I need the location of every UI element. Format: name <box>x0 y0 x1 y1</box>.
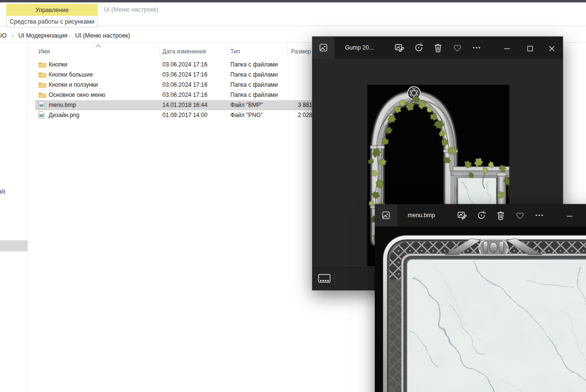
desktop: { "colors": { "ribbon_accent_yellow": "#… <box>0 0 586 392</box>
divider <box>228 46 228 56</box>
file-name: Дизайн.png <box>49 112 80 118</box>
file-type: Папка с файлами <box>230 81 278 88</box>
breadcrumb-level1[interactable]: UI Модернизация <box>18 32 67 39</box>
sidebar-item-clipped[interactable]: OR <box>0 189 5 196</box>
minimize-button[interactable] <box>567 212 573 218</box>
table-row-folder[interactable]: Кнопки и ползунки 03.06.2024 17:16 Папка… <box>35 80 314 90</box>
folder-icon <box>39 71 46 78</box>
divider <box>334 273 335 285</box>
maximize-button[interactable] <box>527 45 533 51</box>
photos-app-button[interactable] <box>375 204 397 226</box>
divider <box>287 46 288 56</box>
file-date: 03.06.2024 17:16 <box>162 61 207 68</box>
filmstrip-toggle-icon[interactable] <box>318 274 331 284</box>
viewer-image-menu-bmp <box>375 226 586 392</box>
favorite-icon[interactable] <box>515 210 525 221</box>
more-icon[interactable] <box>534 210 545 221</box>
file-type: Папка с файлами <box>230 61 278 68</box>
sort-ascending-icon <box>95 44 101 48</box>
folder-icon <box>39 61 46 68</box>
file-size: 3 881 <box>268 102 312 108</box>
breadcrumb-separator-icon[interactable]: › <box>68 33 70 39</box>
ribbon-tab-picture-tools-label: Средства работы с рисунками <box>10 18 94 25</box>
rotate-icon[interactable] <box>413 42 424 53</box>
table-row-selected[interactable]: menu.bmp 14.01.2018 16:44 Файл "BMP" 3 8… <box>35 100 314 110</box>
file-name: Кнопки и ползунки <box>49 81 98 88</box>
photos-app-icon <box>319 43 329 53</box>
photos-window-front: menu.bmp <box>375 204 586 392</box>
close-button[interactable] <box>549 45 555 51</box>
divider <box>159 46 160 56</box>
photos-front-title: menu.bmp <box>408 204 435 226</box>
breadcrumb-separator-icon[interactable]: › <box>12 33 13 39</box>
file-name: Кнопки большие <box>49 71 93 78</box>
file-type: Папка с файлами <box>230 71 278 78</box>
column-header-name[interactable]: Имя <box>39 48 50 55</box>
file-date: 14.01.2018 16:44 <box>162 102 207 108</box>
explorer-window-title: UI (Меню настроек) <box>104 6 159 13</box>
more-icon[interactable] <box>471 42 482 53</box>
ribbon-tab-picture-tools[interactable]: Средства работы с рисунками <box>6 16 98 27</box>
folder-icon <box>39 81 46 88</box>
file-date: 03.06.2024 17:16 <box>162 91 207 98</box>
file-name: Кнопки <box>49 61 67 68</box>
file-type: Файл "BMP" <box>230 102 263 108</box>
breadcrumb-root[interactable]: UO <box>0 32 7 39</box>
photos-app-button[interactable] <box>312 37 334 59</box>
table-row[interactable]: Дизайн.png 01.09.2017 14:00 Файл "PNG" 2… <box>35 110 314 120</box>
table-row-folder[interactable]: Кнопки 03.06.2024 17:16 Папка с файлами <box>35 60 314 70</box>
column-header-type[interactable]: Тип <box>230 48 240 55</box>
divider <box>27 43 28 392</box>
edit-image-icon[interactable] <box>457 210 467 221</box>
column-header-size[interactable]: Размер <box>291 48 311 55</box>
file-date: 03.06.2024 17:16 <box>162 81 207 88</box>
file-size: 2 028 <box>268 112 312 118</box>
file-type: Файл "PNG" <box>230 112 263 118</box>
ribbon-tab-manage[interactable]: Управление <box>6 4 98 16</box>
minimize-button[interactable] <box>504 45 510 51</box>
explorer-titlebar-strip <box>0 0 586 2</box>
photos-app-icon <box>381 210 391 221</box>
breadcrumb-level2[interactable]: UI (Меню настроек) <box>75 32 130 39</box>
sidebar-selected-item[interactable] <box>0 240 27 251</box>
rotate-icon[interactable] <box>476 210 487 221</box>
ribbon-tab-manage-label: Управление <box>35 7 69 13</box>
file-date: 01.09.2017 14:00 <box>162 112 207 118</box>
folder-icon <box>39 91 46 98</box>
file-name: menu.bmp <box>49 102 76 108</box>
sidebar-item-clipped[interactable]: R <box>0 227 0 234</box>
delete-icon[interactable] <box>433 42 443 53</box>
image-file-icon <box>39 111 45 119</box>
photos-back-title: Gump 20... <box>345 37 373 59</box>
image-file-icon <box>39 101 45 109</box>
edit-image-icon[interactable] <box>394 42 405 53</box>
table-row-folder[interactable]: Кнопки большие 03.06.2024 17:16 Папка с … <box>35 70 314 80</box>
delete-icon[interactable] <box>495 210 506 221</box>
column-header-date[interactable]: Дата изменения <box>162 48 206 55</box>
file-type: Папка с файлами <box>230 91 278 98</box>
favorite-icon[interactable] <box>452 42 463 53</box>
file-date: 03.06.2024 17:16 <box>162 71 207 78</box>
file-name: Основное окно меню <box>49 91 105 98</box>
table-row-folder[interactable]: Основное окно меню 03.06.2024 17:16 Папк… <box>35 90 314 100</box>
marble-panel-art <box>381 234 586 392</box>
